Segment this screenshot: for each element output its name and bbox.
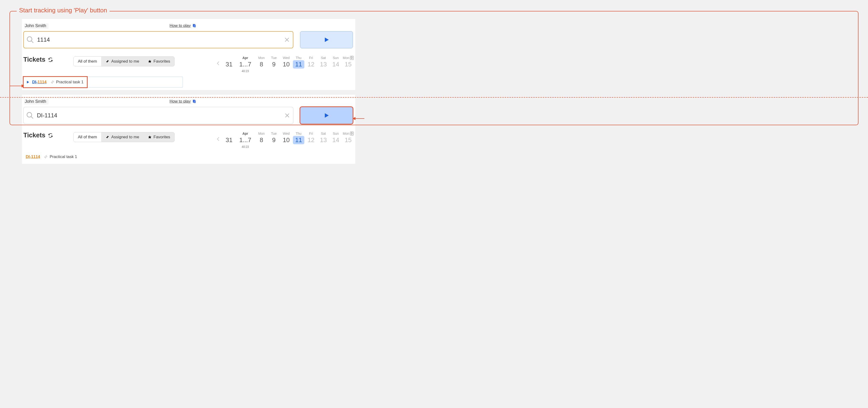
calendar-day[interactable]: Tue9 xyxy=(268,56,280,68)
search-icon xyxy=(26,112,34,120)
filter-tabs: All of them Assigned to me Favorites xyxy=(73,56,175,66)
pin-small-icon[interactable] xyxy=(51,80,54,84)
svg-line-7 xyxy=(31,41,33,43)
play-small-icon[interactable] xyxy=(26,80,30,84)
tab-all[interactable]: All of them xyxy=(73,132,101,142)
docs-icon xyxy=(192,99,196,103)
svg-marker-10 xyxy=(325,38,329,42)
annotation-divider xyxy=(0,97,373,98)
tab-favorites[interactable]: Favorites xyxy=(144,132,175,142)
annotation-title: Start tracking using 'Play' button xyxy=(17,7,110,14)
svg-marker-1 xyxy=(22,85,24,87)
tab-all[interactable]: All of them xyxy=(73,57,101,66)
calendar-day[interactable]: Sat13 xyxy=(318,132,329,144)
clear-icon[interactable] xyxy=(284,112,290,119)
calendar-day[interactable]: Mon8 xyxy=(256,132,267,144)
calendar-week-range[interactable]: Apr 1...7 40:23 xyxy=(236,132,255,148)
ticket-row[interactable]: DI-1114 Practical task 1 xyxy=(23,77,183,88)
calendar-next-day[interactable]: Mon0 15 xyxy=(342,56,354,68)
star-icon xyxy=(148,60,152,63)
calendar-day[interactable]: Thu11 xyxy=(293,56,304,68)
calendar-strip: 31 Apr 1...7 40:23 Mon8 Tue9 Wed10 Thu11… xyxy=(216,132,354,148)
calendar-next-day[interactable]: Mon0 15 xyxy=(342,132,354,144)
search-input[interactable] xyxy=(36,112,282,119)
search-input[interactable] xyxy=(37,36,282,43)
refresh-icon[interactable] xyxy=(48,133,53,138)
calendar-day[interactable]: Wed10 xyxy=(281,56,292,68)
ticket-row[interactable]: DI-1114 Practical task 1 xyxy=(23,152,183,161)
tab-assigned[interactable]: Assigned to me xyxy=(101,57,143,66)
calendar-week-range[interactable]: Apr 1...7 40:23 xyxy=(236,56,255,72)
svg-point-15 xyxy=(27,112,32,117)
calendar-strip: 31 Apr 1...7 40:23 Mon8 Tue9 Wed10 Thu11… xyxy=(216,56,354,72)
svg-marker-11 xyxy=(148,60,151,63)
calendar-prev-month-day[interactable]: 31 xyxy=(223,56,235,68)
ticket-title: Practical task 1 xyxy=(56,80,84,85)
tab-assigned[interactable]: Assigned to me xyxy=(101,132,143,142)
ticket-id[interactable]: DI-1114 xyxy=(26,155,40,159)
calendar-day[interactable]: Sun14 xyxy=(330,56,341,68)
play-icon xyxy=(323,112,330,119)
calendar-day[interactable]: Fri12 xyxy=(305,132,317,144)
play-button[interactable] xyxy=(300,31,353,48)
calendar-day[interactable]: Fri12 xyxy=(305,56,317,68)
svg-line-16 xyxy=(31,116,33,119)
svg-marker-3 xyxy=(353,117,355,120)
search-box[interactable] xyxy=(23,107,293,124)
user-name: John Smith xyxy=(24,99,49,104)
calendar-day[interactable]: Mon8 xyxy=(256,56,267,68)
calendar-prev-month-day[interactable]: 31 xyxy=(223,132,235,144)
ticket-id[interactable]: DI-1114 xyxy=(32,80,47,85)
pin-small-icon[interactable] xyxy=(44,155,48,159)
svg-rect-14 xyxy=(194,100,196,103)
tab-favorites[interactable]: Favorites xyxy=(144,57,175,66)
calendar-prev-icon[interactable] xyxy=(216,61,221,66)
zero-badge: 0 xyxy=(350,56,353,60)
how-to-play-link[interactable]: How to play xyxy=(169,23,196,28)
panel-after: John Smith How to play Tickets xyxy=(22,95,355,164)
play-icon xyxy=(323,36,330,43)
tickets-heading: Tickets xyxy=(23,132,69,139)
ticket-title: Practical task 1 xyxy=(50,155,77,159)
calendar-day[interactable]: Tue9 xyxy=(268,132,280,144)
panel-before: John Smith How to play Tickets xyxy=(22,19,355,90)
calendar-day[interactable]: Sat13 xyxy=(318,56,329,68)
star-icon xyxy=(148,135,152,139)
svg-point-6 xyxy=(27,37,32,41)
calendar-day[interactable]: Sun14 xyxy=(330,132,341,144)
tickets-heading: Tickets xyxy=(23,56,69,63)
search-icon xyxy=(26,36,34,44)
calendar-day[interactable]: Thu11 xyxy=(293,132,304,144)
ticket-highlight: DI-1114 Practical task 1 xyxy=(24,77,87,87)
svg-marker-20 xyxy=(148,135,151,138)
svg-rect-5 xyxy=(194,25,196,27)
filter-tabs: All of them Assigned to me Favorites xyxy=(73,132,175,142)
annotation-arrow-right-icon xyxy=(353,117,364,121)
svg-marker-12 xyxy=(27,81,29,84)
clear-icon[interactable] xyxy=(284,37,290,43)
how-to-play-label: How to play xyxy=(169,99,191,104)
calendar-day[interactable]: Wed10 xyxy=(281,132,292,144)
play-button[interactable] xyxy=(300,107,353,124)
calendar-prev-icon[interactable] xyxy=(216,136,221,142)
pin-icon xyxy=(105,135,109,139)
docs-icon xyxy=(192,24,196,28)
how-to-play-link[interactable]: How to play xyxy=(169,99,196,104)
pin-icon xyxy=(105,60,109,63)
svg-marker-19 xyxy=(325,113,329,118)
how-to-play-label: How to play xyxy=(169,23,191,28)
user-name: John Smith xyxy=(24,23,49,29)
zero-badge: 0 xyxy=(350,132,353,135)
refresh-icon[interactable] xyxy=(48,57,53,62)
annotation-arrow-left-icon xyxy=(10,84,24,88)
search-box[interactable] xyxy=(23,31,293,48)
